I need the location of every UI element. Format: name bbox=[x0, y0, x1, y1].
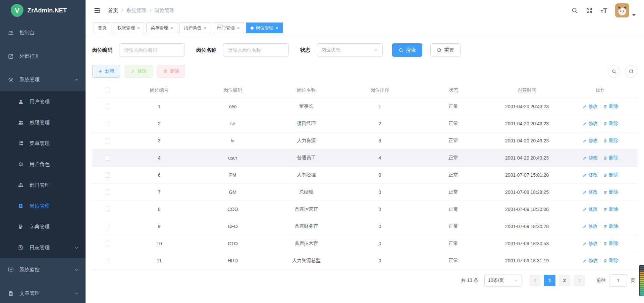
next-page-button[interactable] bbox=[574, 275, 585, 286]
row-edit-link[interactable]: 修改 bbox=[583, 258, 598, 264]
table-row[interactable]: 8 COO 首席运营官 0 正常 2001-07-09 18:30:06 修改 … bbox=[92, 201, 637, 218]
trash-icon bbox=[603, 242, 607, 246]
table-row[interactable]: 6 PM 人事经理 0 正常 2001-07-07 15:01:20 修改 删除 bbox=[92, 167, 637, 184]
close-icon[interactable]: × bbox=[237, 26, 240, 30]
row-delete-link[interactable]: 删除 bbox=[603, 223, 618, 229]
cell-status: 正常 bbox=[417, 223, 490, 229]
pencil-icon bbox=[583, 190, 587, 194]
sidebar-item-post-management[interactable]: 岗位管理 bbox=[0, 196, 86, 216]
app-logo[interactable]: V ZrAdmin.NET bbox=[0, 0, 86, 21]
user-icon bbox=[17, 99, 24, 105]
fullscreen-icon[interactable] bbox=[586, 7, 593, 14]
table-row[interactable]: 4 user 普通员工 4 正常 2001-04-20 20:43:23 修改 … bbox=[92, 149, 637, 167]
row-delete-link[interactable]: 删除 bbox=[603, 103, 618, 110]
row-delete-link[interactable]: 删除 bbox=[603, 172, 618, 178]
font-size-icon[interactable]: TT bbox=[601, 7, 607, 14]
close-icon[interactable]: × bbox=[204, 26, 206, 30]
row-checkbox[interactable] bbox=[105, 155, 110, 161]
status-select[interactable]: 岗位状态 bbox=[317, 43, 383, 57]
row-edit-link[interactable]: 修改 bbox=[583, 103, 598, 110]
row-delete-link[interactable]: 删除 bbox=[603, 121, 618, 127]
row-edit-link[interactable]: 修改 bbox=[583, 155, 598, 161]
table-row[interactable]: 2 se 项目经理 2 正常 2001-04-20 20:43:23 修改 删除 bbox=[92, 115, 637, 132]
sidebar-item-dashboard[interactable]: 控制台 bbox=[0, 21, 86, 44]
row-delete-link[interactable]: 删除 bbox=[603, 189, 618, 195]
page-button-2[interactable]: 2 bbox=[559, 275, 570, 286]
prev-page-button[interactable] bbox=[529, 275, 541, 286]
sidebar-item-label: 日志管理 bbox=[30, 245, 69, 251]
row-checkbox[interactable] bbox=[105, 241, 110, 246]
sidebar-item-department-management[interactable]: 部门管理 bbox=[0, 175, 86, 196]
sidebar-item-permission-management[interactable]: 权限管理 bbox=[0, 112, 86, 133]
sidebar-item-article-management[interactable]: 文章管理 bbox=[0, 282, 86, 303]
sidebar-item-system-management[interactable]: 系统管理 bbox=[0, 68, 86, 91]
tab-department[interactable]: 部门管理× bbox=[213, 23, 244, 33]
cell-status: 正常 bbox=[417, 241, 490, 247]
sidebar-item-log-management[interactable]: 日志管理 bbox=[0, 237, 86, 258]
sidebar-item-label: 外部打开 bbox=[19, 53, 79, 59]
reset-button[interactable]: 重置 bbox=[430, 43, 461, 57]
table-row[interactable]: 9 CFO 首席财务官 0 正常 2001-07-09 18:30:28 修改 … bbox=[92, 218, 637, 235]
close-icon[interactable]: × bbox=[276, 26, 278, 30]
close-icon[interactable]: × bbox=[170, 26, 173, 30]
row-edit-link[interactable]: 修改 bbox=[583, 241, 598, 247]
toggle-search-button[interactable] bbox=[608, 65, 620, 78]
goto-page-input[interactable] bbox=[609, 274, 627, 287]
table-row[interactable]: 7 GM 总经理 0 正常 2001-07-09 18:29:25 修改 删除 bbox=[92, 184, 637, 201]
search-icon[interactable] bbox=[571, 7, 578, 14]
row-edit-link[interactable]: 修改 bbox=[583, 223, 598, 229]
select-all-checkbox[interactable] bbox=[105, 88, 110, 93]
table-row[interactable]: 3 hr 人力资源 3 正常 2001-04-20 20:43:23 修改 删除 bbox=[92, 132, 637, 149]
table-row[interactable]: 10 CTO 首席技术官 0 正常 2001-07-09 18:30:53 修改… bbox=[92, 235, 637, 252]
row-checkbox[interactable] bbox=[105, 224, 110, 229]
table-row[interactable]: 1 ceo 董事长 1 正常 2001-04-20 20:43:23 修改 删除 bbox=[92, 98, 637, 115]
tab-menu[interactable]: 菜单管理× bbox=[146, 23, 177, 33]
row-delete-link[interactable]: 删除 bbox=[603, 138, 618, 144]
post-name-input[interactable] bbox=[223, 43, 289, 57]
row-edit-link[interactable]: 修改 bbox=[583, 138, 598, 144]
sidebar-item-dictionary-management[interactable]: 字典管理 bbox=[0, 216, 86, 237]
delete-button[interactable]: 删除 bbox=[157, 65, 185, 78]
row-checkbox[interactable] bbox=[105, 138, 110, 143]
row-checkbox[interactable] bbox=[105, 258, 110, 263]
row-checkbox[interactable] bbox=[105, 121, 110, 126]
tab-home[interactable]: 首页 bbox=[94, 23, 111, 33]
close-icon[interactable]: × bbox=[137, 26, 140, 30]
sidebar-item-system-monitor[interactable]: 系统监控 bbox=[0, 258, 86, 282]
table-row[interactable]: 11 HRD 人力资源总监 0 正常 2001-07-09 18:31:19 修… bbox=[92, 252, 637, 269]
post-code-input[interactable] bbox=[119, 43, 185, 57]
row-checkbox[interactable] bbox=[105, 207, 110, 212]
search-button[interactable]: 搜索 bbox=[392, 43, 422, 57]
cell-status: 正常 bbox=[417, 189, 490, 195]
perf-monitor-widget bbox=[639, 265, 644, 296]
tab-user-role[interactable]: 用户角色× bbox=[179, 23, 211, 33]
row-edit-link[interactable]: 修改 bbox=[583, 121, 598, 127]
row-delete-link[interactable]: 删除 bbox=[603, 206, 618, 212]
page-size-select[interactable]: 10条/页 bbox=[484, 274, 522, 287]
sidebar-toggle-icon[interactable] bbox=[94, 7, 101, 14]
add-button[interactable]: 新增 bbox=[92, 65, 120, 78]
tab-permission[interactable]: 权限管理× bbox=[113, 23, 144, 33]
row-checkbox[interactable] bbox=[105, 172, 110, 178]
refresh-table-button[interactable] bbox=[625, 65, 637, 78]
sidebar-item-user-management[interactable]: 用户管理 bbox=[0, 91, 86, 112]
row-edit-link[interactable]: 修改 bbox=[583, 206, 598, 212]
row-edit-link[interactable]: 修改 bbox=[583, 172, 598, 178]
edit-button[interactable]: 修改 bbox=[125, 65, 153, 78]
sidebar-item-external-open[interactable]: 外部打开 bbox=[0, 44, 86, 68]
breadcrumb-home[interactable]: 首页 bbox=[108, 7, 118, 14]
page-content: 岗位编码 岗位名称 状态 岗位状态 搜索 重置 新增 bbox=[86, 35, 644, 303]
page-button-1[interactable]: 1 bbox=[544, 275, 555, 286]
row-delete-link[interactable]: 删除 bbox=[603, 241, 618, 247]
table-header-row: 岗位编号 岗位编码 岗位名称 岗位排序 状态 创建时间 操作 bbox=[92, 83, 637, 98]
chevron-down-icon bbox=[74, 246, 79, 250]
sidebar-item-menu-management[interactable]: 菜单管理 bbox=[0, 133, 86, 154]
row-delete-link[interactable]: 删除 bbox=[603, 258, 618, 264]
row-checkbox[interactable] bbox=[105, 104, 110, 109]
tab-post[interactable]: 岗位管理× bbox=[246, 23, 283, 33]
user-menu[interactable] bbox=[615, 3, 636, 17]
row-edit-link[interactable]: 修改 bbox=[583, 189, 598, 195]
row-delete-link[interactable]: 删除 bbox=[603, 155, 618, 161]
sidebar-item-user-roles[interactable]: 用户角色 bbox=[0, 154, 86, 175]
row-checkbox[interactable] bbox=[105, 189, 110, 195]
